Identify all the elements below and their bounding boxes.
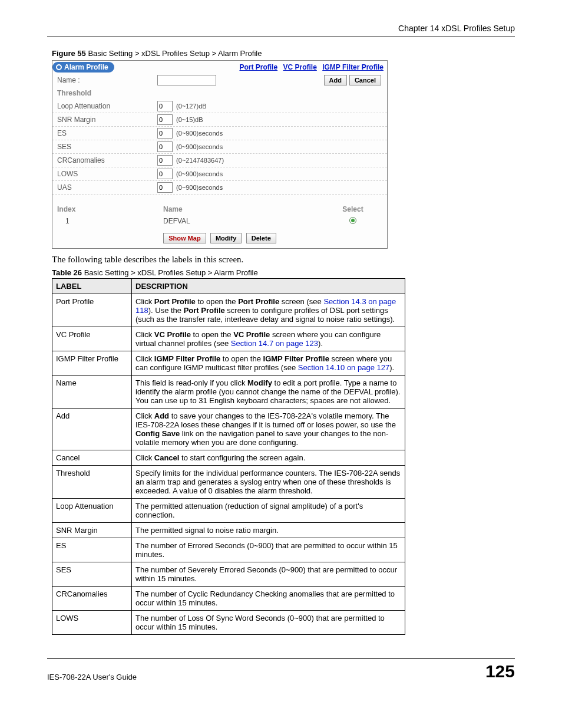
profile-list-row: 1 DEFVAL bbox=[52, 216, 387, 229]
col-select: Select bbox=[323, 205, 382, 213]
threshold-label: SES bbox=[57, 143, 157, 151]
th-desc: DESCRIPTION bbox=[132, 279, 405, 294]
table-caption: Table 26 Basic Setting > xDSL Profiles S… bbox=[52, 268, 515, 277]
cell-label: Port Profile bbox=[52, 294, 132, 327]
figure-caption: Figure 55 Basic Setting > xDSL Profiles … bbox=[52, 49, 515, 58]
alarm-profile-screenshot: Alarm Profile Port Profile VC Profile IG… bbox=[52, 60, 388, 249]
port-profile-link[interactable]: Port Profile bbox=[239, 63, 277, 71]
intro-text: The following table describes the labels… bbox=[52, 255, 515, 265]
threshold-row: ES(0~900)seconds bbox=[52, 127, 387, 140]
threshold-label: UAS bbox=[57, 183, 157, 192]
threshold-label: Loop Attenuation bbox=[57, 102, 157, 110]
name-input[interactable] bbox=[157, 75, 216, 85]
threshold-hint: (0~15)dB bbox=[176, 116, 203, 123]
threshold-hint: (0~2147483647) bbox=[176, 157, 224, 164]
threshold-label: ES bbox=[57, 129, 157, 137]
threshold-input[interactable] bbox=[157, 114, 173, 125]
row-name: DEFVAL bbox=[163, 217, 323, 226]
add-button[interactable]: Add bbox=[324, 75, 347, 85]
threshold-hint: (0~900)seconds bbox=[176, 143, 223, 150]
table-row: CRCanomaliesThe number of Cyclic Redunda… bbox=[52, 587, 405, 611]
threshold-input[interactable] bbox=[157, 141, 173, 152]
table-row: ESThe number of Errored Seconds (0~900) … bbox=[52, 538, 405, 562]
table-title: Basic Setting > xDSL Profiles Setup > Al… bbox=[82, 268, 258, 277]
col-name: Name bbox=[163, 205, 323, 213]
cell-label: Threshold bbox=[52, 466, 132, 499]
panel-title: Alarm Profile bbox=[64, 63, 108, 71]
select-radio[interactable] bbox=[349, 217, 356, 224]
chapter-header: Chapter 14 xDSL Profiles Setup bbox=[47, 24, 515, 37]
cell-label: Loop Attenuation bbox=[52, 499, 132, 523]
table-row: LOWSThe number of Loss Of Sync Word Seco… bbox=[52, 611, 405, 635]
threshold-row: Loop Attenuation(0~127)dB bbox=[52, 100, 387, 113]
threshold-hint: (0~127)dB bbox=[176, 103, 207, 110]
cell-desc: Click IGMP Filter Profile to open the IG… bbox=[132, 351, 405, 375]
threshold-label: LOWS bbox=[57, 170, 157, 178]
threshold-row: LOWS(0~900)seconds bbox=[52, 167, 387, 181]
cell-desc: This field is read-only if you click Mod… bbox=[132, 375, 405, 409]
cell-label: Add bbox=[52, 409, 132, 450]
cell-label: IGMP Filter Profile bbox=[52, 351, 132, 375]
cell-label: SES bbox=[52, 562, 132, 587]
figure-title: Basic Setting > xDSL Profiles Setup > Al… bbox=[86, 49, 262, 58]
threshold-row: CRCanomalies(0~2147483647) bbox=[52, 154, 387, 167]
threshold-heading: Threshold bbox=[52, 87, 387, 100]
threshold-label: SNR Margin bbox=[57, 116, 157, 124]
footer-guide: IES-708-22A User's Guide bbox=[47, 673, 137, 681]
table-row: SNR MarginThe permitted signal to noise … bbox=[52, 523, 405, 538]
table-row: IGMP Filter ProfileClick IGMP Filter Pro… bbox=[52, 351, 405, 375]
table-row: CancelClick Cancel to start configuring … bbox=[52, 450, 405, 466]
table-row: VC ProfileClick VC Profile to open the V… bbox=[52, 327, 405, 351]
panel-title-pill: Alarm Profile bbox=[52, 62, 114, 73]
description-table: LABEL DESCRIPTION Port ProfileClick Port… bbox=[52, 278, 405, 635]
cell-desc: Click Add to save your changes to the IE… bbox=[132, 409, 405, 450]
pill-dot-icon bbox=[56, 64, 62, 70]
cell-desc: Specify limits for the individual perfor… bbox=[132, 466, 405, 499]
cancel-button[interactable]: Cancel bbox=[349, 75, 381, 85]
chapter-title: Chapter 14 xDSL Profiles Setup bbox=[398, 24, 515, 33]
threshold-input[interactable] bbox=[157, 128, 173, 139]
cell-label: ES bbox=[52, 538, 132, 562]
cell-desc: The permitted signal to noise ratio marg… bbox=[132, 523, 405, 538]
cell-desc: The number of Errored Seconds (0~900) th… bbox=[132, 538, 405, 562]
threshold-row: UAS(0~900)seconds bbox=[52, 181, 387, 195]
table-row: Loop AttenuationThe permitted attenuatio… bbox=[52, 499, 405, 523]
threshold-label: CRCanomalies bbox=[57, 156, 157, 164]
cell-desc: The number of Loss Of Sync Word Seconds … bbox=[132, 611, 405, 635]
page-number: 125 bbox=[485, 661, 515, 681]
cell-label: LOWS bbox=[52, 611, 132, 635]
crossref-link[interactable]: Section 14.10 on page 127 bbox=[298, 363, 389, 372]
showmap-button[interactable]: Show Map bbox=[163, 233, 206, 243]
th-label: LABEL bbox=[52, 279, 132, 294]
igmp-filter-profile-link[interactable]: IGMP Filter Profile bbox=[322, 63, 384, 71]
threshold-hint: (0~900)seconds bbox=[176, 130, 223, 137]
cell-label: VC Profile bbox=[52, 327, 132, 351]
vc-profile-link[interactable]: VC Profile bbox=[283, 63, 316, 71]
threshold-hint: (0~900)seconds bbox=[176, 184, 223, 191]
threshold-input[interactable] bbox=[157, 101, 173, 111]
crossref-link[interactable]: Section 14.7 on page 123 bbox=[231, 339, 318, 348]
threshold-row: SNR Margin(0~15)dB bbox=[52, 113, 387, 127]
threshold-input[interactable] bbox=[157, 182, 173, 193]
row-index: 1 bbox=[57, 217, 163, 226]
cell-desc: Click Port Profile to open the Port Prof… bbox=[132, 294, 405, 327]
table-row: SESThe number of Severely Errored Second… bbox=[52, 562, 405, 587]
modify-button[interactable]: Modify bbox=[210, 233, 242, 243]
threshold-input[interactable] bbox=[157, 169, 173, 179]
cell-desc: The number of Severely Errored Seconds (… bbox=[132, 562, 405, 587]
cell-label: CRCanomalies bbox=[52, 587, 132, 611]
table-row: NameThis field is read-only if you click… bbox=[52, 375, 405, 409]
cell-label: Name bbox=[52, 375, 132, 409]
threshold-input[interactable] bbox=[157, 155, 173, 166]
cell-label: SNR Margin bbox=[52, 523, 132, 538]
figure-number: Figure 55 bbox=[52, 49, 86, 58]
cell-desc: The number of Cyclic Redundancy Checking… bbox=[132, 587, 405, 611]
cell-desc: Click VC Profile to open the VC Profile … bbox=[132, 327, 405, 351]
threshold-row: SES(0~900)seconds bbox=[52, 140, 387, 154]
col-index: Index bbox=[57, 205, 163, 213]
table-number: Table 26 bbox=[52, 268, 82, 277]
cell-desc: Click Cancel to start configuring the sc… bbox=[132, 450, 405, 466]
table-row: ThresholdSpecify limits for the individu… bbox=[52, 466, 405, 499]
threshold-hint: (0~900)seconds bbox=[176, 170, 223, 177]
delete-button[interactable]: Delete bbox=[246, 233, 276, 243]
